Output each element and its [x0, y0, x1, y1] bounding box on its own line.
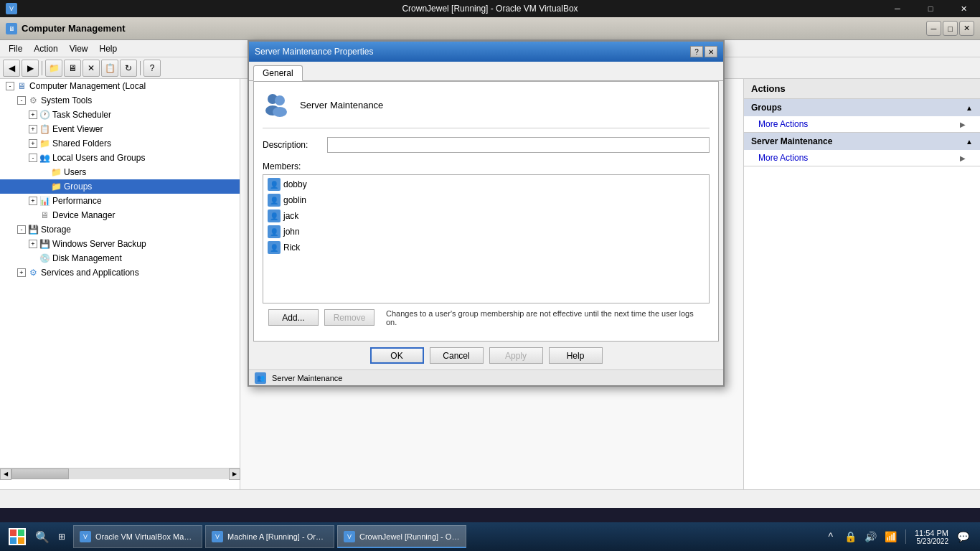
- dialog-close-btn[interactable]: ✕: [705, 46, 717, 57]
- start-button[interactable]: [3, 525, 32, 548]
- tree-item-backup[interactable]: + 💾 Windows Server Backup: [0, 237, 240, 251]
- toolbar-show[interactable]: 🖥: [64, 60, 81, 77]
- tray-network-icon[interactable]: 🔒: [842, 528, 859, 545]
- scroll-left[interactable]: ◀: [0, 468, 11, 480]
- expand-computer-mgmt[interactable]: -: [6, 82, 14, 90]
- actions-section-server-maintenance: Server Maintenance ▲ More Actions ▶: [744, 133, 980, 166]
- expand-local-users[interactable]: -: [29, 154, 37, 162]
- window-restore[interactable]: □: [943, 21, 958, 36]
- toolbar-forward[interactable]: ▶: [22, 60, 39, 77]
- actions-section-sm-title[interactable]: Server Maintenance ▲: [744, 133, 980, 150]
- window-minimize[interactable]: ─: [926, 21, 941, 36]
- scroll-thumb[interactable]: [11, 468, 69, 479]
- expand-system-tools[interactable]: -: [17, 96, 26, 105]
- taskbar-search[interactable]: 🔍: [32, 526, 53, 547]
- toolbar-help[interactable]: ?: [143, 60, 161, 77]
- member-goblin[interactable]: 👤 goblin: [265, 192, 707, 208]
- expand-services[interactable]: +: [17, 268, 26, 277]
- tree-icon-event-viewer: 📋: [39, 123, 50, 135]
- menu-help[interactable]: Help: [94, 42, 123, 55]
- tab-general[interactable]: General: [253, 65, 303, 81]
- tree-item-system-tools[interactable]: - ⚙ System Tools: [0, 93, 240, 108]
- titlebar-minimize[interactable]: ─: [881, 0, 914, 17]
- toolbar-up[interactable]: 📁: [45, 60, 62, 77]
- tray-wifi-icon[interactable]: 📶: [882, 528, 900, 545]
- actions-link-groups-more[interactable]: More Actions ▶: [744, 116, 980, 132]
- dialog-footer: OK Cancel Apply Help: [249, 342, 723, 369]
- tray-sound-icon[interactable]: 🔊: [862, 528, 880, 545]
- titlebar-restore[interactable]: □: [914, 0, 947, 17]
- member-jack[interactable]: 👤 jack: [265, 208, 707, 224]
- member-rick[interactable]: 👤 Rick: [265, 240, 707, 255]
- dialog-buttons-area: Add... Remove Changes to a user's group …: [263, 303, 710, 332]
- titlebar-icons: V: [6, 3, 17, 14]
- sm-section-arrow: ▲: [966, 138, 973, 146]
- taskbar-apps: V Oracle VM VirtualBox Manager V Machine…: [73, 525, 822, 548]
- dialog-help-btn[interactable]: ?: [690, 46, 703, 57]
- toolbar-back[interactable]: ◀: [3, 60, 20, 77]
- expand-task-scheduler[interactable]: +: [29, 110, 37, 119]
- help-text: Changes to a user's group membership are…: [380, 309, 704, 326]
- tree-icon-performance: 📊: [39, 195, 50, 207]
- notification-center[interactable]: 💬: [954, 528, 971, 545]
- tree-item-local-users[interactable]: - 👥 Local Users and Groups: [0, 151, 240, 165]
- tree-label-computer: Computer Management (Local: [29, 81, 146, 91]
- expand-performance[interactable]: +: [29, 197, 37, 205]
- tree-label-shared-folders: Shared Folders: [52, 138, 111, 149]
- add-button[interactable]: Add...: [268, 309, 319, 326]
- tree-item-users[interactable]: 📁 Users: [0, 165, 240, 179]
- taskbar-app-vbox-manager[interactable]: V Oracle VM VirtualBox Manager: [73, 525, 202, 548]
- apply-button[interactable]: Apply: [489, 347, 543, 364]
- window-controls: ─ □ ✕: [926, 21, 974, 36]
- member-dobby[interactable]: 👤 dobby: [265, 176, 707, 192]
- taskbar-app-machine-a[interactable]: V Machine A [Running] - Oracle VM ...: [205, 525, 334, 548]
- toolbar-del[interactable]: ✕: [83, 60, 100, 77]
- expand-backup[interactable]: +: [29, 240, 37, 248]
- toolbar-refresh[interactable]: ↻: [120, 60, 137, 77]
- tree-item-performance[interactable]: + 📊 Performance: [0, 194, 240, 208]
- tray-chevron[interactable]: ^: [822, 528, 839, 545]
- actions-section-groups-title[interactable]: Groups ▲: [744, 99, 980, 116]
- tray-sep: [905, 529, 906, 544]
- toolbar-prop[interactable]: 📋: [101, 60, 118, 77]
- expand-storage[interactable]: -: [17, 225, 26, 234]
- tree-scrollbar[interactable]: ◀ ▶: [0, 468, 240, 479]
- tree-item-event-viewer[interactable]: + 📋 Event Viewer: [0, 122, 240, 136]
- taskbar-clock[interactable]: 11:54 PM 5/23/2022: [915, 529, 948, 545]
- scroll-right[interactable]: ▶: [229, 468, 240, 480]
- menu-file[interactable]: File: [3, 42, 28, 55]
- sm-more-arrow: ▶: [960, 154, 966, 162]
- app-titlebar: V CrownJewel [Running] - Oracle VM Virtu…: [0, 0, 980, 17]
- tree-label-performance: Performance: [52, 196, 102, 206]
- tree-item-device-manager[interactable]: 🖥 Device Manager: [0, 208, 240, 222]
- cancel-button[interactable]: Cancel: [430, 347, 484, 364]
- taskbar-app-crownjewel[interactable]: V CrownJewel [Running] - Oracle VM...: [337, 525, 466, 548]
- tree-item-groups[interactable]: 📁 Groups: [0, 179, 240, 194]
- tree-item-shared-folders[interactable]: + 📁 Shared Folders: [0, 136, 240, 151]
- actions-header: Actions: [744, 79, 980, 99]
- window-close[interactable]: ✕: [959, 21, 974, 36]
- expand-shared-folders[interactable]: +: [29, 139, 37, 148]
- menu-view[interactable]: View: [64, 42, 94, 55]
- help-footer-button[interactable]: Help: [549, 347, 603, 364]
- tree-item-storage[interactable]: - 💾 Storage: [0, 222, 240, 237]
- menu-action[interactable]: Action: [28, 42, 63, 55]
- scroll-track[interactable]: [11, 468, 229, 479]
- actions-panel: Actions Groups ▲ More Actions ▶ Server M…: [743, 79, 980, 489]
- titlebar-close[interactable]: ✕: [947, 0, 980, 17]
- description-input[interactable]: [327, 137, 710, 153]
- expand-event-viewer[interactable]: +: [29, 125, 37, 133]
- actions-link-sm-more[interactable]: More Actions ▶: [744, 150, 980, 166]
- ok-button[interactable]: OK: [370, 347, 424, 364]
- tree-item-disk[interactable]: 💿 Disk Management: [0, 251, 240, 265]
- tree-item-computer-management[interactable]: - 🖥 Computer Management (Local: [0, 79, 240, 93]
- remove-button[interactable]: Remove: [324, 309, 374, 326]
- members-list: 👤 dobby 👤 goblin 👤 jack 👤 john: [263, 174, 710, 303]
- window-titlebar: 🖥 Computer Management ─ □ ✕: [0, 17, 980, 40]
- tree-item-task-scheduler[interactable]: + 🕐 Task Scheduler: [0, 108, 240, 122]
- task-view-btn[interactable]: ⊞: [53, 525, 70, 548]
- tree-icon-storage: 💾: [27, 224, 39, 235]
- tree-item-services[interactable]: + ⚙ Services and Applications: [0, 265, 240, 280]
- member-john[interactable]: 👤 john: [265, 224, 707, 240]
- groups-more-arrow: ▶: [960, 121, 966, 128]
